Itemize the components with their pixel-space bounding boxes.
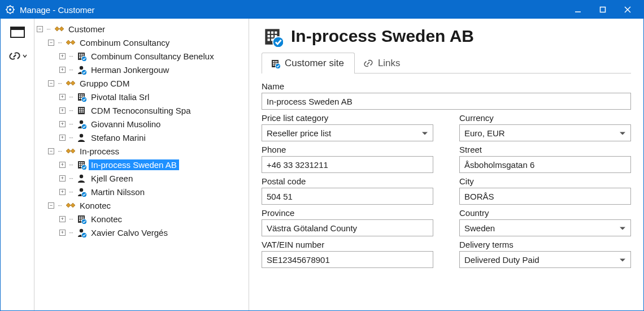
tree-item-musolino[interactable]: +··· Giovanni Musolino	[59, 117, 246, 131]
select-country[interactable]	[459, 219, 631, 236]
expand-icon[interactable]: +	[59, 135, 66, 141]
tool-link-icon[interactable]	[7, 48, 28, 64]
minimize-button[interactable]	[565, 1, 590, 18]
input-street[interactable]	[459, 156, 631, 173]
svg-rect-30	[11, 27, 24, 30]
expand-icon[interactable]: +	[59, 189, 66, 195]
input-postal[interactable]	[262, 188, 433, 205]
collapse-icon[interactable]: −	[48, 202, 54, 209]
person-check-icon	[76, 119, 86, 129]
person-check-icon	[76, 187, 86, 197]
expand-icon[interactable]: +	[59, 216, 66, 222]
handshake-icon	[65, 37, 75, 47]
expand-icon[interactable]: +	[59, 121, 66, 127]
tree-item-kjell-green[interactable]: +··· Kjell Green	[59, 171, 246, 185]
select-delivery[interactable]	[459, 251, 631, 268]
tree-item-martin-nilsson[interactable]: +··· Martin Nilsson	[59, 185, 246, 198]
tree-label: Konotec	[89, 214, 124, 224]
tree-label: Stefano Marini	[89, 132, 148, 143]
label-name: Name	[262, 81, 631, 91]
building-check-icon	[76, 214, 86, 224]
label-delivery: Delivery terms	[459, 240, 631, 249]
label-postal: Postal code	[262, 176, 433, 186]
person-icon	[76, 132, 86, 142]
expand-icon[interactable]: +	[59, 175, 66, 182]
tree-label: Herman Jonkergouw	[89, 64, 171, 75]
tree-item-pivotal-italia[interactable]: +··· Pivotal Italia Srl	[59, 90, 246, 103]
tree-label: Gruppo CDM	[77, 78, 132, 89]
handshake-icon	[54, 24, 64, 34]
tab-bar: Customer site Links	[262, 53, 631, 74]
tree-item-herman[interactable]: +··· Herman Jonkergouw	[59, 63, 246, 76]
expand-icon[interactable]: +	[59, 230, 66, 236]
svg-rect-26	[601, 7, 606, 12]
tree-panel: − ··· Customer − ··· Combinum Consu	[34, 19, 249, 310]
input-phone[interactable]	[262, 156, 433, 173]
window-title: Manage - Customer	[20, 5, 95, 15]
building-icon	[76, 105, 86, 115]
link-icon	[363, 58, 373, 68]
handshake-icon	[65, 146, 75, 156]
tree-item-gruppo-cdm[interactable]: −··· Gruppo CDM	[48, 76, 246, 90]
tree-label: Kjell Green	[89, 173, 135, 184]
tree-item-cdm-tecno[interactable]: +··· CDM Tecnoconsulting Spa	[59, 103, 246, 117]
handshake-icon	[65, 78, 75, 88]
input-name[interactable]	[262, 93, 631, 110]
title-bar: Manage - Customer	[1, 1, 643, 19]
expand-icon[interactable]: +	[59, 67, 66, 73]
collapse-icon[interactable]: −	[48, 40, 54, 46]
label-province: Province	[262, 208, 433, 218]
collapse-icon[interactable]: −	[48, 148, 54, 154]
tree-label: Xavier Calvo Vergés	[89, 227, 170, 238]
collapse-icon[interactable]: −	[37, 26, 43, 32]
tab-label: Customer site	[285, 58, 344, 69]
handshake-icon	[65, 200, 75, 210]
person-check-icon	[76, 227, 86, 237]
detail-panel: In-process Sweden AB Customer site Links…	[249, 19, 643, 310]
building-check-icon	[76, 51, 86, 61]
label-vat: VAT/EIN number	[262, 240, 433, 249]
expand-icon[interactable]: +	[59, 94, 66, 100]
tree-label: In-process Sweden AB	[89, 159, 179, 170]
select-price-list[interactable]	[262, 124, 433, 141]
tool-window-icon[interactable]	[7, 24, 28, 40]
building-check-icon	[270, 58, 280, 68]
tab-customer-site[interactable]: Customer site	[262, 53, 355, 74]
tree-item-xavier[interactable]: +··· Xavier Calvo Vergés	[59, 226, 246, 239]
tree-item-inprocess[interactable]: −··· In-process	[48, 144, 246, 158]
expand-icon[interactable]: +	[59, 162, 66, 168]
label-city: City	[459, 176, 631, 186]
tree-root-customer[interactable]: − ··· Customer	[37, 22, 246, 36]
expand-icon[interactable]: +	[59, 107, 66, 114]
tree-label: In-process	[77, 146, 121, 157]
input-province[interactable]	[262, 219, 433, 236]
tree-label: Combinum Consultancy Benelux	[89, 51, 216, 62]
tree-item-inprocess-sweden[interactable]: +··· In-process Sweden AB	[59, 158, 246, 171]
tree-label: Combinum Consultancy	[77, 37, 172, 48]
input-city[interactable]	[459, 188, 631, 205]
close-button[interactable]	[615, 1, 640, 18]
tree-item-konotec-site[interactable]: +··· Konotec	[59, 212, 246, 226]
tab-links[interactable]: Links	[355, 53, 411, 74]
person-icon	[76, 173, 86, 183]
maximize-button[interactable]	[590, 1, 615, 18]
label-country: Country	[459, 208, 631, 218]
tree-label: Pivotal Italia Srl	[89, 92, 151, 102]
app-gear-icon	[5, 5, 15, 15]
tree-item-marini[interactable]: +··· Stefano Marini	[59, 131, 246, 144]
expand-icon[interactable]: +	[59, 53, 66, 59]
tree-item-konotec[interactable]: −··· Konotec	[48, 198, 246, 212]
tree-label: Giovanni Musolino	[89, 119, 163, 129]
select-currency[interactable]	[459, 124, 631, 141]
person-check-icon	[76, 64, 86, 75]
tree-label: CDM Tecnoconsulting Spa	[89, 105, 193, 116]
building-check-icon	[76, 159, 86, 170]
building-check-icon	[76, 92, 86, 102]
input-vat[interactable]	[262, 251, 433, 268]
collapse-icon[interactable]: −	[48, 80, 54, 87]
tree-item-combinum[interactable]: − ··· Combinum Consultancy	[48, 36, 246, 49]
label-currency: Currency	[459, 113, 631, 123]
tree-item-combinum-benelux[interactable]: +··· Combinum Consultancy Benelux	[59, 49, 246, 63]
building-check-icon	[262, 25, 283, 47]
tree-label: Konotec	[77, 200, 113, 211]
